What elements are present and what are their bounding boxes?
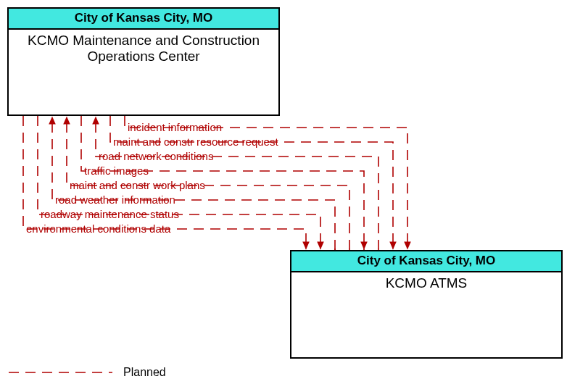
flow-label-traffic-images: traffic images xyxy=(84,165,149,176)
flow-label-road-network: road network conditions xyxy=(99,151,213,162)
flow-label-incident-information: incident information xyxy=(128,122,222,133)
flow-label-road-weather: road weather information xyxy=(55,194,175,205)
flow-label-work-plans: maint and constr work plans xyxy=(70,180,205,191)
flow-label-roadway-maintenance: roadway maintenance status xyxy=(41,209,179,220)
flow-label-environmental: environmental conditions data xyxy=(26,223,170,234)
legend-label-planned: Planned xyxy=(123,366,166,379)
svg-rect-1 xyxy=(290,116,435,249)
flow-label-resource-request: maint and constr resource request xyxy=(113,136,278,147)
